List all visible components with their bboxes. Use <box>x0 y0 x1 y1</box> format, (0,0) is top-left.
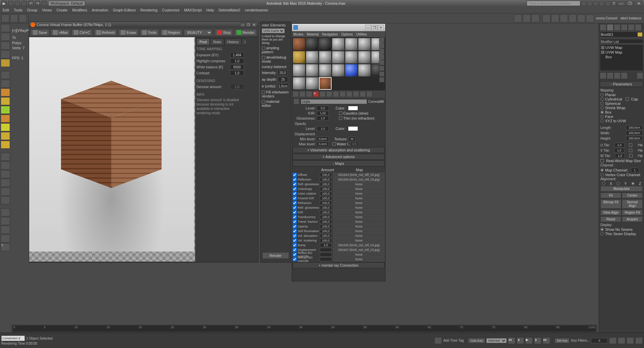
tool-corona-5[interactable] <box>577 14 585 22</box>
menu-maxscript[interactable]: MAXScript <box>184 8 202 12</box>
vfb-tab-post[interactable]: Post <box>196 39 210 45</box>
map-cb-11[interactable] <box>293 224 297 228</box>
map-cb-15[interactable] <box>293 243 297 247</box>
lt-light[interactable] <box>1 59 10 67</box>
tool-corona-3[interactable] <box>560 14 568 22</box>
ref-icon-3[interactable] <box>593 1 598 6</box>
lt-2[interactable] <box>1 33 10 41</box>
mat-max[interactable]: ❐ <box>371 25 377 30</box>
mat-menu-material[interactable]: Material <box>307 32 319 36</box>
tool-corona-2[interactable] <box>551 14 559 22</box>
tool-render[interactable] <box>514 14 522 22</box>
highlight-spinner[interactable] <box>230 58 244 64</box>
help-search[interactable] <box>527 1 580 6</box>
ref-icon-1[interactable] <box>581 1 586 6</box>
map-cb-0[interactable] <box>293 173 297 177</box>
play[interactable]: ▶ <box>525 337 533 344</box>
mat-slot-19[interactable] <box>345 64 358 77</box>
vfb-cb[interactable] <box>262 91 265 94</box>
map-btn-4[interactable]: None <box>333 192 385 196</box>
play-end[interactable]: ⏭ <box>543 337 550 344</box>
modifier-list[interactable]: Modifier List <box>600 39 643 44</box>
align-x[interactable] <box>602 182 605 185</box>
lt-1[interactable] <box>1 24 10 32</box>
mat-slot-8[interactable] <box>293 51 305 64</box>
tool-vfb[interactable] <box>531 14 539 22</box>
disp-tex[interactable]: M <box>349 137 355 141</box>
map-cb-3[interactable] <box>293 187 297 191</box>
save-icon[interactable] <box>21 1 27 6</box>
mat-type-label[interactable]: CoronaMtl <box>368 100 384 103</box>
refr-gloss[interactable] <box>317 116 329 121</box>
autokey-btn[interactable]: Auto Key <box>468 338 485 343</box>
tool-select[interactable] <box>1 14 9 22</box>
disp-min[interactable] <box>317 137 329 141</box>
map-cb-6[interactable] <box>293 201 297 205</box>
map-cb-14[interactable] <box>293 238 297 242</box>
thin-cb[interactable] <box>339 117 342 120</box>
nav-1[interactable] <box>609 337 617 344</box>
uflip-cb[interactable] <box>629 143 632 147</box>
map-amt-2[interactable] <box>320 182 332 186</box>
mat-menu-util[interactable]: Utilities <box>356 32 367 36</box>
nav-4[interactable] <box>635 337 643 344</box>
menu-help[interactable]: Help <box>207 8 214 12</box>
wtile-spinner[interactable] <box>615 153 625 158</box>
map-cb-5[interactable] <box>293 196 297 200</box>
disp-max[interactable] <box>317 142 329 146</box>
vfb-tab-stats[interactable]: Stats <box>210 39 224 45</box>
rollout-volumetric[interactable]: + Volumetric absorption and scattering <box>293 147 385 153</box>
map-btn-7[interactable]: None <box>333 206 385 210</box>
play-start[interactable]: ⏮ <box>508 337 515 344</box>
wflip-cb[interactable] <box>629 154 633 157</box>
map-cb-10[interactable] <box>293 220 297 224</box>
regionfit-btn[interactable]: Region Fit <box>622 210 643 215</box>
vfb-min[interactable]: — <box>240 22 245 27</box>
new-icon[interactable] <box>8 1 13 6</box>
app-menu-icon[interactable]: ▶ <box>1 1 7 6</box>
center-btn[interactable]: Center <box>622 193 643 198</box>
corona-convert[interactable]: orona Convert <box>595 16 619 20</box>
cp-display-tab[interactable] <box>628 24 635 31</box>
map-amt-12[interactable] <box>320 229 332 233</box>
acquire-btn[interactable]: Acquire <box>622 216 643 222</box>
mat-slot-10[interactable] <box>319 51 332 64</box>
rollout-maps[interactable]: - Maps <box>293 160 385 166</box>
cap-cb[interactable] <box>626 97 629 101</box>
vfb-max[interactable]: ❐ <box>246 22 251 27</box>
mt-8[interactable] <box>340 91 346 97</box>
tool-link[interactable] <box>10 14 18 22</box>
exposure-spinner[interactable] <box>230 52 244 58</box>
mat-menu-modes[interactable]: Modes <box>293 32 303 36</box>
modifier-stack[interactable]: UVW Map UVW Map Box <box>600 44 643 71</box>
lt-5[interactable] <box>1 71 10 79</box>
map-btn-5[interactable]: None <box>333 196 385 200</box>
map-cb-7[interactable] <box>293 206 297 210</box>
opac-level[interactable] <box>317 126 329 131</box>
menu-tools[interactable]: Tools <box>14 8 22 12</box>
map-amt-13[interactable] <box>320 234 332 238</box>
lt-8[interactable] <box>1 161 10 169</box>
menu-edit[interactable]: Edit <box>3 8 9 12</box>
map-box[interactable] <box>600 111 604 114</box>
map-amt-4[interactable] <box>320 192 332 196</box>
map-btn-1[interactable]: i281926 (brick_red_refl_03.jpg) <box>333 178 385 182</box>
map-btn-16[interactable]: i281927 (brick_red_refl_03.jpg) <box>333 248 385 252</box>
render-button[interactable]: Render <box>262 252 289 259</box>
lt-pyr[interactable] <box>1 141 10 149</box>
redo-icon[interactable]: ↷ <box>35 1 40 6</box>
mat-side-1[interactable] <box>379 37 385 43</box>
rollout-advanced[interactable]: + Advanced options <box>293 154 385 160</box>
maxscript-mini[interactable] <box>1 336 25 341</box>
vertexcolor-radio[interactable] <box>600 173 604 177</box>
tool-corona-4[interactable] <box>569 14 577 22</box>
mat-slot-24[interactable] <box>319 77 332 90</box>
lt-14[interactable] <box>1 217 10 225</box>
map-sph[interactable] <box>600 102 604 105</box>
mat-slot-4[interactable] <box>332 38 345 51</box>
mt-1[interactable] <box>293 91 299 97</box>
wb-spinner[interactable] <box>230 64 244 70</box>
mat-slot-12[interactable] <box>345 51 358 64</box>
mt-5[interactable] <box>319 91 326 97</box>
play-prev[interactable]: ⏴ <box>517 337 524 344</box>
